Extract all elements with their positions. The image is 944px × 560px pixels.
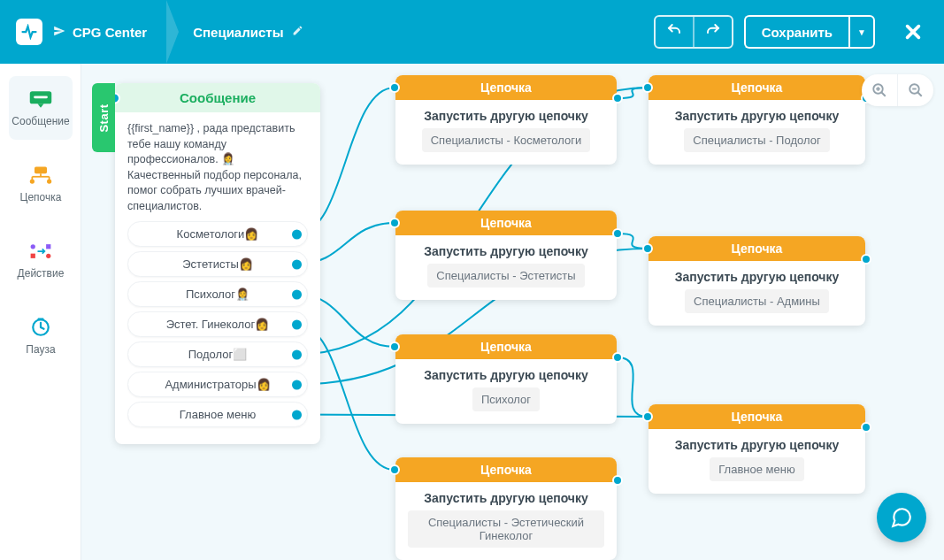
svg-point-10 — [47, 179, 51, 183]
tool-message[interactable]: Сообщение — [9, 76, 73, 140]
zoom-in-button[interactable] — [862, 74, 897, 106]
chain-action-label: Запустить другую цепочку — [661, 438, 853, 452]
zoom-out-button[interactable] — [898, 74, 933, 106]
chain-node-header: Цепочка — [649, 75, 865, 100]
tool-label: Цепочка — [20, 191, 62, 203]
chain-node[interactable]: Цепочка Запустить другую цепочку Специал… — [649, 236, 865, 326]
message-node[interactable]: Start Сообщение {{first_name}} , рада пр… — [115, 83, 320, 444]
app-logo — [16, 19, 42, 45]
output-port[interactable] — [612, 93, 623, 104]
svg-point-11 — [31, 244, 35, 249]
chain-target: Главное меню — [710, 457, 803, 481]
chain-target: Специалисты - Косметологи — [422, 128, 591, 152]
message-option[interactable]: Психолог👩‍⚕️ — [127, 281, 308, 307]
output-port[interactable] — [292, 289, 302, 299]
message-option[interactable]: Главное меню — [127, 402, 308, 427]
message-option[interactable]: Администраторы👩 — [127, 372, 308, 397]
svg-line-20 — [881, 92, 886, 96]
breadcrumb-root[interactable]: CPG Center — [53, 25, 147, 40]
chain-action-label: Запустить другую цепочку — [661, 109, 853, 123]
redo-button[interactable] — [695, 17, 732, 47]
page-title: Специалисты — [193, 25, 283, 40]
zoom-controls — [862, 74, 933, 106]
svg-line-24 — [917, 92, 922, 96]
edit-icon[interactable] — [292, 25, 303, 39]
node-toolbar: Сообщение Цепочка Действие Пауза — [0, 64, 81, 560]
undo-button[interactable] — [656, 17, 693, 47]
tool-action[interactable]: Действие — [9, 228, 73, 292]
chain-action-label: Запустить другую цепочку — [408, 491, 604, 505]
output-port[interactable] — [861, 422, 871, 433]
input-port[interactable] — [389, 341, 400, 352]
svg-line-18 — [41, 327, 44, 329]
chain-node-header: Цепочка — [649, 404, 865, 429]
output-port[interactable] — [292, 319, 302, 329]
chain-node-header: Цепочка — [395, 211, 617, 235]
message-option[interactable]: Эстетисты👩 — [127, 251, 308, 277]
input-port[interactable] — [642, 411, 653, 422]
breadcrumb-page[interactable]: Специалисты — [193, 25, 303, 40]
app-name: CPG Center — [73, 25, 147, 40]
chain-action-label: Запустить другую цепочку — [408, 244, 604, 258]
output-port[interactable] — [292, 349, 302, 359]
message-text: {{first_name}} , рада представить тебе н… — [127, 121, 308, 214]
svg-point-14 — [46, 254, 50, 258]
output-port[interactable] — [292, 380, 302, 389]
chain-icon — [27, 165, 55, 186]
chain-target: Специалисты - Эстетический Гинеколог — [408, 510, 604, 548]
input-port[interactable] — [389, 464, 400, 475]
output-port[interactable] — [292, 410, 302, 419]
output-port[interactable] — [612, 228, 623, 239]
output-port[interactable] — [861, 254, 871, 265]
chain-node-header: Цепочка — [395, 457, 617, 482]
action-icon — [27, 241, 55, 262]
output-port[interactable] — [292, 229, 302, 239]
chain-target: Специалисты - Админы — [685, 289, 829, 313]
start-tag: Start — [92, 83, 115, 152]
pause-icon — [27, 317, 55, 338]
chain-node-header: Цепочка — [395, 334, 617, 359]
undo-redo-group — [654, 15, 733, 49]
tool-label: Сообщение — [12, 115, 69, 127]
chain-node[interactable]: Цепочка Запустить другую цепочку Специал… — [649, 75, 865, 165]
output-port[interactable] — [612, 352, 623, 363]
output-port[interactable] — [612, 475, 623, 486]
svg-rect-3 — [34, 96, 48, 99]
output-port[interactable] — [292, 259, 302, 269]
flow-canvas[interactable]: Start Сообщение {{first_name}} , рада пр… — [81, 64, 944, 560]
send-icon — [53, 25, 65, 40]
breadcrumb-separator — [166, 0, 179, 64]
svg-rect-4 — [35, 166, 47, 173]
save-button[interactable]: Сохранить — [744, 15, 848, 49]
chain-node[interactable]: Цепочка Запустить другую цепочку Специал… — [395, 211, 617, 300]
chain-target: Специалисты - Подолог — [684, 128, 829, 152]
message-option[interactable]: Подолог⬜ — [127, 341, 308, 367]
tool-label: Пауза — [26, 343, 55, 356]
chain-target: Психолог — [472, 387, 540, 411]
svg-rect-16 — [38, 318, 44, 321]
chain-target: Специалисты - Эстетисты — [427, 264, 584, 288]
chain-node[interactable]: Цепочка Запустить другую цепочку Психоло… — [395, 334, 617, 424]
support-chat-fab[interactable] — [877, 493, 926, 542]
tool-pause[interactable]: Пауза — [9, 304, 73, 368]
input-port[interactable] — [389, 218, 400, 228]
message-icon — [27, 88, 55, 110]
input-port[interactable] — [642, 82, 653, 93]
chain-node-header: Цепочка — [395, 75, 617, 100]
tool-chain[interactable]: Цепочка — [9, 152, 73, 216]
svg-rect-13 — [46, 244, 50, 249]
chain-node[interactable]: Цепочка Запустить другую цепочку Специал… — [395, 75, 617, 165]
message-option[interactable]: Косметологи👩 — [127, 221, 308, 247]
message-option[interactable]: Эстет. Гинеколог👩 — [127, 311, 308, 337]
input-port[interactable] — [389, 82, 400, 93]
chain-action-label: Запустить другую цепочку — [408, 109, 604, 123]
chain-action-label: Запустить другую цепочку — [408, 368, 604, 382]
chain-node[interactable]: Цепочка Запустить другую цепочку Главное… — [649, 404, 865, 494]
svg-rect-12 — [31, 254, 35, 258]
app-header: CPG Center Специалисты Сохранить ▼ — [0, 0, 944, 64]
input-port[interactable] — [642, 243, 653, 254]
save-dropdown[interactable]: ▼ — [848, 15, 875, 49]
chain-node[interactable]: Цепочка Запустить другую цепочку Специал… — [395, 457, 617, 560]
message-node-header: Сообщение — [115, 83, 320, 112]
close-button[interactable] — [898, 17, 928, 47]
